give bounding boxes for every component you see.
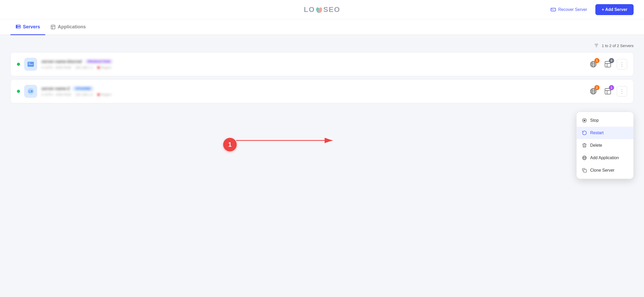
server-actions-2: 2 1 ⋮ [588, 86, 627, 97]
delete-icon [582, 143, 587, 148]
top-right-actions: Recover Server + Add Server [547, 4, 634, 15]
server-tag-1: PRODUCTION [85, 59, 113, 64]
restart-icon [582, 130, 587, 135]
stop-label: Stop [590, 118, 599, 123]
dropdown-item-delete[interactable]: Delete [577, 139, 633, 152]
recover-server-label: Recover Server [558, 7, 587, 12]
applications-tab-label: Applications [58, 24, 86, 30]
annotation-step-circle: 1 [223, 138, 237, 151]
tabs-area: Servers Applications [0, 20, 644, 35]
server-info-2: server-name-2 STAGING 2 vCPU · 4GB RAM 1… [41, 86, 583, 96]
annotation-step-number: 1 [228, 141, 231, 148]
server-meta-2: 2 vCPU · 4GB RAM 192.168.1.2 Region [41, 93, 583, 96]
servers-tab-icon [16, 24, 21, 30]
server-meta-1: 4 vCPU · 8GB RAM 192.168.1.1 Region [41, 66, 583, 69]
server-status-flag-2: Region [97, 93, 112, 96]
server-avatar-icon-1 [27, 60, 35, 68]
server-name-row-1: server-name-blurred PRODUCTION [41, 59, 583, 64]
dropdown-item-stop[interactable]: Stop [577, 114, 633, 127]
applications-tab-icon [50, 24, 56, 30]
server-tag-2: STAGING [73, 86, 93, 91]
recover-server-button[interactable]: Recover Server [547, 5, 590, 15]
delete-label: Delete [590, 143, 602, 148]
servers-tab-label: Servers [23, 24, 40, 30]
server-name-row-2: server-name-2 STAGING [41, 86, 583, 91]
svg-point-5 [17, 25, 17, 26]
server-name-1: server-name-blurred [41, 59, 82, 64]
server-location-2: Region [101, 93, 112, 96]
app-badge-count-2: 1 [609, 85, 614, 90]
server-actions-1: 1 0 ⋮ [588, 59, 627, 70]
annotation-arrow [236, 130, 340, 151]
filter-icon[interactable] [594, 43, 599, 48]
server-info-1: server-name-blurred PRODUCTION 4 vCPU · … [41, 59, 583, 69]
server-cpu-2: 2 vCPU · 4GB RAM [41, 93, 71, 96]
filter-text: 1 to 2 of 2 Servers [602, 43, 634, 48]
app-badge-btn-1[interactable]: 0 [602, 59, 614, 70]
restart-label: Restart [590, 131, 604, 135]
www-badge-btn-2[interactable]: 2 [588, 86, 599, 97]
server-icon-2 [24, 85, 37, 98]
app-badge-count-1: 0 [609, 58, 614, 63]
flag-dot-2 [97, 93, 100, 96]
tab-servers[interactable]: Servers [10, 20, 45, 35]
logo-icon [315, 7, 323, 14]
main-content: 1 to 2 of 2 Servers server-name-blurred … [0, 35, 644, 114]
server-card-2: server-name-2 STAGING 2 vCPU · 4GB RAM 1… [10, 79, 634, 103]
logo: LO SEO [304, 5, 340, 14]
context-dropdown-menu: Stop Restart Delete Add Appli [576, 112, 634, 179]
server-location-1: Region [101, 66, 112, 69]
www-badge-count-1: 1 [594, 58, 600, 63]
server-cpu-1: 4 vCPU · 8GB RAM [41, 66, 71, 69]
dropdown-item-restart[interactable]: Restart [577, 127, 633, 139]
server-status-flag-1: Region [97, 66, 112, 69]
add-server-button[interactable]: + Add Server [595, 4, 634, 15]
add-server-label: + Add Server [602, 7, 627, 12]
add-application-icon [582, 155, 587, 160]
logo-area: LO SEO [304, 5, 340, 14]
svg-rect-10 [28, 64, 33, 65]
server-ip-2: 192.168.1.2 [75, 93, 93, 96]
clone-server-icon [582, 168, 587, 173]
server-card-1: server-name-blurred PRODUCTION 4 vCPU · … [10, 52, 634, 76]
top-bar: LO SEO Recover Server + Add Server [0, 0, 644, 20]
dropdown-item-add-application[interactable]: Add Application [577, 152, 633, 164]
more-btn-2[interactable]: ⋮ [617, 86, 627, 96]
stop-icon [582, 118, 587, 123]
www-badge-count-2: 2 [594, 85, 600, 90]
flag-dot-1 [97, 66, 100, 69]
www-badge-btn-1[interactable]: 1 [588, 59, 599, 70]
clone-server-label: Clone Server [590, 168, 614, 173]
app-badge-btn-2[interactable]: 1 [602, 86, 614, 97]
recover-server-icon [550, 7, 556, 12]
svg-rect-7 [51, 25, 55, 29]
dropdown-item-clone-server[interactable]: Clone Server [577, 164, 633, 177]
more-btn-1[interactable]: ⋮ [617, 59, 627, 69]
svg-rect-25 [584, 170, 587, 172]
add-application-label: Add Application [590, 156, 619, 160]
tab-applications[interactable]: Applications [45, 20, 91, 35]
svg-rect-9 [28, 63, 30, 64]
svg-rect-17 [29, 91, 31, 92]
svg-point-11 [32, 63, 33, 64]
status-dot-2 [17, 90, 20, 93]
server-icon-1 [24, 58, 37, 71]
server-name-2: server-name-2 [41, 86, 70, 91]
svg-point-6 [17, 27, 17, 28]
server-avatar-icon-2 [27, 87, 35, 95]
filter-bar: 1 to 2 of 2 Servers [10, 43, 634, 48]
status-dot-1 [17, 63, 20, 66]
svg-rect-22 [584, 120, 585, 121]
server-ip-1: 192.168.1.1 [75, 66, 93, 69]
